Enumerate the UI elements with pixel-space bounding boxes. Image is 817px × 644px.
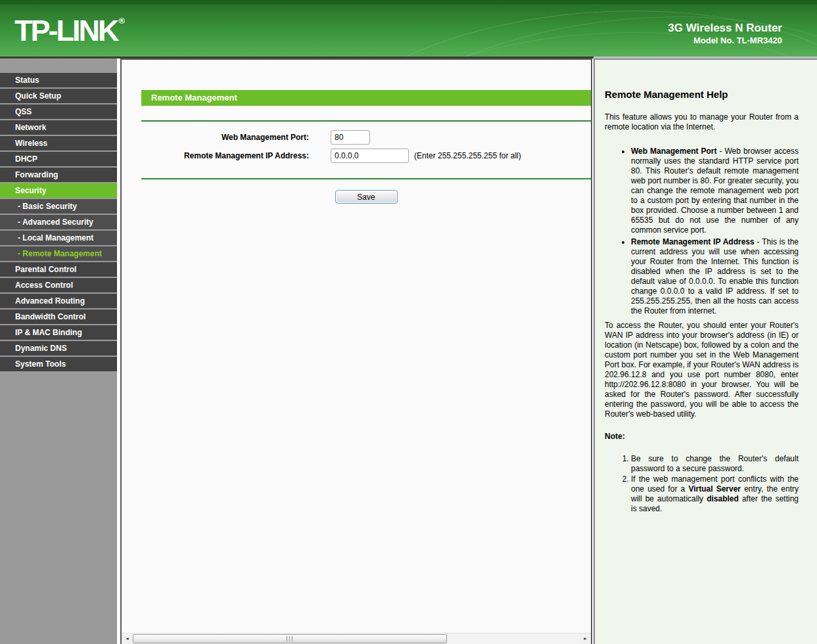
save-row: Save — [141, 190, 591, 204]
sidebar-item-local-management[interactable]: - Local Management — [0, 231, 117, 245]
tplink-logo: TP-LINK® — [14, 16, 125, 45]
section-divider-bottom — [141, 178, 591, 179]
sidebar-item-qss[interactable]: QSS — [0, 104, 117, 119]
ip-hint-text: (Enter 255.255.255.255 for all) — [414, 151, 521, 160]
sidebar-item-quick-setup[interactable]: Quick Setup — [0, 89, 117, 103]
sidebar-item-status[interactable]: Status — [0, 73, 117, 87]
product-title: 3G Wireless N Router — [668, 22, 782, 35]
form-row-ip: Remote Management IP Address: (Enter 255… — [122, 147, 591, 165]
sidebar-item-ip-mac-binding[interactable]: IP & MAC Binding — [0, 325, 117, 340]
help-panel: Remote Management Help This feature allo… — [594, 58, 817, 644]
router-admin-page: TP-LINK® 3G Wireless N Router Model No. … — [0, 0, 817, 644]
form-row-port: Web Management Port: — [122, 128, 591, 147]
help-access-paragraph: To access the Router, you should enter y… — [605, 321, 799, 419]
note-bold-virtual-server: Virtual Server — [688, 484, 741, 494]
note-bold-disabled: disabled — [707, 494, 739, 503]
help-note-item-2: If the web management port conflicts wit… — [631, 474, 799, 514]
help-intro: This feature allows you to manage your R… — [605, 112, 799, 132]
sidebar-item-remote-management[interactable]: - Remote Management — [0, 246, 117, 261]
section-divider-top — [141, 120, 591, 122]
help-title: Remote Management Help — [605, 89, 799, 100]
section-title-bar: Remote Management — [141, 90, 591, 106]
header-banner: TP-LINK® 3G Wireless N Router Model No. … — [0, 0, 817, 57]
remote-management-ip-label: Remote Management IP Address: — [122, 151, 309, 160]
sidebar-item-forwarding[interactable]: Forwarding — [0, 168, 117, 182]
sidebar-menu: Status Quick Setup QSS Network Wireless … — [0, 73, 117, 371]
help-note-item-1: Be sure to change the Router's default p… — [631, 454, 799, 474]
sidebar-spacer — [0, 58, 117, 73]
web-management-port-label: Web Management Port: — [122, 133, 309, 142]
sidebar-item-dynamic-dns[interactable]: Dynamic DNS — [0, 341, 117, 356]
remote-management-form: Web Management Port: Remote Management I… — [122, 128, 591, 165]
header-product-block: 3G Wireless N Router Model No. TL-MR3420 — [668, 22, 782, 47]
scrollbar-grip-icon — [287, 636, 293, 641]
sidebar-item-system-tools[interactable]: System Tools — [0, 357, 117, 371]
help-term-description: - Web browser access normally uses the s… — [631, 147, 799, 235]
help-term-description: - This is the current address you will u… — [631, 237, 799, 315]
main-panel: Remote Management Web Management Port: R… — [120, 58, 592, 644]
sidebar-item-wireless[interactable]: Wireless — [0, 136, 117, 150]
sidebar-nav: Status Quick Setup QSS Network Wireless … — [0, 58, 117, 644]
scrollbar-track[interactable] — [447, 633, 580, 644]
content-row: Status Quick Setup QSS Network Wireless … — [0, 58, 817, 644]
sidebar-item-parental-control[interactable]: Parental Control — [0, 262, 117, 277]
help-note-list: Be sure to change the Router's default p… — [605, 454, 799, 514]
sidebar-item-network[interactable]: Network — [0, 120, 117, 135]
web-management-port-input[interactable] — [331, 130, 370, 145]
help-bullet-remote-management-ip: Remote Management IP Address - This is t… — [631, 237, 799, 316]
model-number: Model No. TL-MR3420 — [668, 35, 782, 47]
help-term: Web Management Port — [631, 147, 716, 156]
sidebar-item-dhcp[interactable]: DHCP — [0, 152, 117, 166]
help-note-label: Note: — [605, 432, 799, 442]
sidebar-item-advanced-security[interactable]: - Advanced Security — [0, 215, 117, 229]
sidebar-item-bandwidth-control[interactable]: Bandwidth Control — [0, 310, 117, 324]
horizontal-scrollbar[interactable]: ◄ ► — [122, 633, 591, 644]
help-bullet-list: Web Management Port - Web browser access… — [605, 147, 799, 316]
remote-management-ip-input[interactable] — [331, 149, 409, 163]
save-button[interactable]: Save — [335, 190, 398, 204]
sidebar-item-basic-security[interactable]: - Basic Security — [0, 199, 117, 214]
registered-trademark-symbol: ® — [118, 16, 125, 26]
sidebar-item-advanced-routing[interactable]: Advanced Routing — [0, 294, 117, 308]
sidebar-item-access-control[interactable]: Access Control — [0, 278, 117, 292]
remote-management-section: Remote Management Web Management Port: R… — [122, 60, 591, 633]
scrollbar-left-arrow-icon[interactable]: ◄ — [122, 633, 133, 644]
help-term: Remote Management IP Address — [631, 237, 755, 246]
help-bullet-web-management-port: Web Management Port - Web browser access… — [631, 147, 799, 235]
scrollbar-right-arrow-icon[interactable]: ► — [580, 633, 591, 644]
sidebar-item-security[interactable]: Security — [0, 183, 117, 198]
scrollbar-thumb[interactable] — [133, 634, 447, 643]
